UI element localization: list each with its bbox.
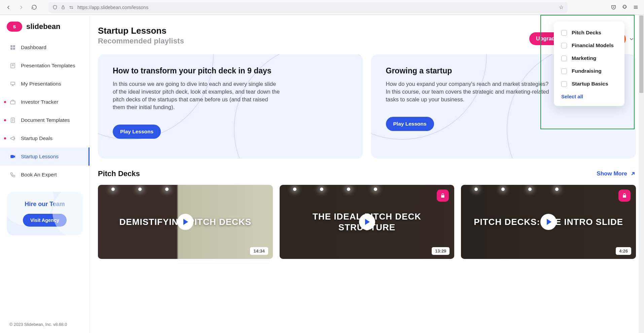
svg-rect-11 bbox=[10, 155, 14, 158]
lock-icon bbox=[61, 5, 65, 9]
permissions-icon bbox=[69, 5, 74, 10]
sidebar-item-label: Investor Tracker bbox=[21, 99, 58, 105]
video-card[interactable]: THE IDEAL PITCH DECK STRUCTURE 13:29 bbox=[280, 185, 455, 259]
visit-agency-button[interactable]: Visit Agency bbox=[23, 214, 67, 227]
sidebar: s slidebean Dashboard Presentation Templ… bbox=[0, 15, 90, 333]
filter-option[interactable]: Pitch Decks bbox=[554, 26, 624, 39]
filter-checkbox[interactable] bbox=[561, 81, 567, 87]
sidebar-item-label: Startup Lessons bbox=[21, 154, 59, 160]
filter-label: Financial Models bbox=[572, 42, 614, 48]
show-more-link[interactable]: Show More bbox=[597, 170, 636, 177]
video-card[interactable]: PITCH DECKS: THE INTRO SLIDE 4:26 bbox=[461, 185, 636, 259]
sidebar-item-book-an-expert[interactable]: Book An Expert bbox=[0, 166, 90, 184]
filter-label: Startup Basics bbox=[572, 81, 608, 87]
briefcase-icon bbox=[9, 99, 16, 105]
play-icon[interactable] bbox=[359, 214, 375, 230]
play-icon[interactable] bbox=[177, 214, 193, 230]
logo[interactable]: s slidebean bbox=[0, 22, 90, 38]
filter-option[interactable]: Financial Models bbox=[554, 39, 624, 52]
filter-checkbox[interactable] bbox=[561, 56, 567, 61]
new-dot-icon bbox=[4, 101, 6, 103]
playlist-description: How do you expand your company's reach a… bbox=[386, 80, 554, 103]
new-dot-icon bbox=[4, 119, 6, 121]
svg-rect-9 bbox=[10, 101, 15, 104]
sidebar-item-startup-lessons[interactable]: Startup Lessons bbox=[0, 147, 90, 166]
sidebar-item-dashboard[interactable]: Dashboard bbox=[0, 38, 90, 57]
filter-popover: Pitch Decks Financial Models Marketing F… bbox=[554, 22, 624, 106]
hire-team-title: Hire our Team bbox=[12, 201, 77, 208]
sidebar-item-label: Document Templates bbox=[21, 117, 70, 123]
svg-rect-6 bbox=[13, 48, 15, 50]
filter-label: Fundraising bbox=[572, 68, 602, 74]
filter-option[interactable]: Startup Basics bbox=[554, 77, 624, 90]
svg-rect-5 bbox=[10, 48, 12, 50]
play-lessons-button[interactable]: Play Lessons bbox=[113, 125, 161, 139]
scrollbar-thumb[interactable] bbox=[639, 15, 643, 93]
filter-option[interactable]: Marketing bbox=[554, 52, 624, 65]
pocket-icon[interactable] bbox=[611, 4, 616, 10]
forward-button[interactable] bbox=[16, 2, 26, 12]
filter-option[interactable]: Fundraising bbox=[554, 65, 624, 77]
sidebar-item-label: Book An Expert bbox=[21, 172, 57, 178]
template-icon bbox=[9, 62, 16, 69]
sidebar-item-investor-tracker[interactable]: Investor Tracker bbox=[0, 93, 90, 111]
playlist-description: In this course we are going to dive into… bbox=[113, 80, 281, 111]
sidebar-item-label: Presentation Templates bbox=[21, 63, 75, 69]
svg-rect-8 bbox=[11, 82, 15, 85]
sidebar-item-my-presentations[interactable]: My Presentations bbox=[0, 75, 90, 93]
filter-checkbox[interactable] bbox=[561, 68, 567, 74]
reload-button[interactable] bbox=[29, 2, 39, 12]
easel-icon bbox=[9, 80, 16, 87]
sidebar-item-label: My Presentations bbox=[21, 81, 61, 87]
svg-rect-3 bbox=[10, 45, 12, 47]
filter-label: Marketing bbox=[572, 55, 596, 61]
filter-checkbox[interactable] bbox=[561, 43, 567, 48]
sidebar-item-label: Startup Deals bbox=[21, 135, 52, 141]
duration-badge: 13:29 bbox=[432, 247, 450, 255]
playlist-title: How to transform your pitch deck in 9 da… bbox=[113, 66, 348, 75]
grid-icon bbox=[9, 44, 16, 51]
sidebar-nav: Dashboard Presentation Templates My Pres… bbox=[0, 38, 90, 184]
back-button[interactable] bbox=[3, 2, 13, 12]
megaphone-icon bbox=[9, 135, 16, 142]
pitch-decks-header: Pitch Decks Show More bbox=[98, 169, 636, 178]
show-more-label: Show More bbox=[597, 170, 627, 177]
sidebar-item-presentation-templates[interactable]: Presentation Templates bbox=[0, 57, 90, 75]
video-grid: DEMISTIFYING PITCH DECKS 14:34 THE IDEAL… bbox=[98, 185, 636, 259]
bookmark-star-icon[interactable]: ☆ bbox=[559, 4, 564, 10]
page-title: Startup Lessons bbox=[98, 26, 167, 36]
arrow-up-right-icon bbox=[630, 171, 636, 177]
app-menu-icon[interactable] bbox=[633, 4, 639, 10]
filter-label: Pitch Decks bbox=[572, 30, 601, 36]
lock-icon bbox=[437, 190, 449, 202]
extensions-icon[interactable] bbox=[622, 4, 628, 10]
sidebar-item-startup-deals[interactable]: Startup Deals bbox=[0, 129, 90, 147]
svg-point-1 bbox=[70, 6, 70, 7]
sidebar-item-document-templates[interactable]: Document Templates bbox=[0, 111, 90, 129]
address-bar[interactable]: https://app.slidebean.com/lessons ☆ bbox=[48, 2, 568, 13]
svg-rect-0 bbox=[62, 7, 65, 9]
phone-icon bbox=[9, 171, 16, 178]
svg-rect-4 bbox=[13, 45, 15, 47]
select-all-link[interactable]: Select all bbox=[554, 90, 624, 104]
copyright: © 2023 Slidebean, Inc. v8.68.0 bbox=[0, 319, 90, 330]
playlist-card: How to transform your pitch deck in 9 da… bbox=[98, 54, 363, 159]
document-icon bbox=[9, 117, 16, 124]
browser-toolbar: https://app.slidebean.com/lessons ☆ bbox=[0, 0, 644, 15]
logo-text: slidebean bbox=[26, 22, 60, 31]
pitch-decks-heading: Pitch Decks bbox=[98, 169, 140, 178]
url-text: https://app.slidebean.com/lessons bbox=[77, 5, 148, 10]
video-card[interactable]: DEMISTIFYING PITCH DECKS 14:34 bbox=[98, 185, 273, 259]
main-content: Startup Lessons Upgrade T Recommended pl… bbox=[90, 15, 644, 333]
video-icon bbox=[9, 153, 16, 160]
play-lessons-button[interactable]: Play Lessons bbox=[386, 117, 434, 131]
new-dot-icon bbox=[4, 137, 6, 139]
filter-checkbox[interactable] bbox=[561, 30, 567, 36]
hire-team-card: Hire our Team Visit Agency bbox=[7, 192, 83, 235]
play-icon[interactable] bbox=[540, 214, 557, 230]
duration-badge: 4:26 bbox=[616, 247, 631, 255]
shield-icon bbox=[52, 5, 58, 10]
vertical-scrollbar[interactable] bbox=[639, 15, 644, 333]
chevron-down-icon[interactable] bbox=[629, 36, 635, 42]
svg-point-2 bbox=[72, 8, 73, 8]
